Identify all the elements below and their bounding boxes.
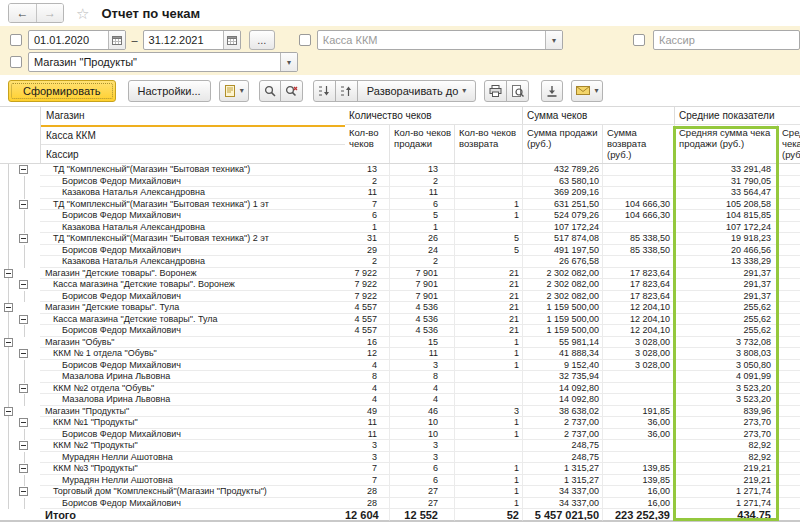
collapse-toggle-icon[interactable]: [19, 384, 28, 393]
total-row[interactable]: Итого 12 604 12 552 52 5 457 021,50 223 …: [0, 509, 800, 522]
period-checkbox[interactable]: [10, 34, 22, 46]
cell-value: [778, 475, 800, 487]
collapse-toggle-icon[interactable]: [19, 418, 28, 427]
report-variants-button[interactable]: ▾: [219, 80, 249, 102]
cell-value: 104 666,30: [603, 210, 675, 222]
generate-button[interactable]: Сформировать: [8, 80, 116, 102]
table-row[interactable]: Магазин "Продукты"4946338 638,02191,8583…: [0, 406, 800, 418]
period-from-value: 01.01.2020: [29, 34, 108, 46]
table-row[interactable]: Мазалова Ирина Львовна4414 092,803 523,2…: [0, 394, 800, 406]
forward-button[interactable]: →: [36, 4, 63, 22]
col-header-qty-sale: Кол-во чеков продажи: [390, 125, 455, 163]
settings-button[interactable]: Настройки...: [128, 80, 211, 102]
cell-value: [778, 222, 800, 234]
print-button[interactable]: [484, 80, 507, 102]
table-row[interactable]: Касса магазина "Детские товары". Тула4 5…: [0, 314, 800, 326]
chevron-down-icon[interactable]: ▾: [545, 31, 562, 49]
table-row[interactable]: Мурадян Нелли Ашотовна7611 315,27139,852…: [0, 475, 800, 487]
tree-gutter: [0, 268, 40, 280]
table-row[interactable]: ККМ № 1 отдела "Обувь"1211141 888,343 02…: [0, 348, 800, 360]
table-row[interactable]: ККМ №2 отдела "Обувь"4414 092,803 523,20: [0, 383, 800, 395]
kassa-combo[interactable]: Касса ККМ ▾: [317, 30, 563, 50]
table-row[interactable]: Магазин "Детские товары". Воронеж7 9227 …: [0, 268, 800, 280]
calendar-icon[interactable]: [108, 31, 125, 49]
cell-value: [778, 325, 800, 337]
collapse-toggle-icon[interactable]: [4, 269, 13, 278]
store-checkbox[interactable]: [10, 56, 22, 68]
kassir-checkbox[interactable]: [633, 34, 645, 46]
table-row[interactable]: Борисов Федор Михайлович29245491 197,508…: [0, 245, 800, 257]
cell-value: 139,85: [603, 475, 675, 487]
table-row[interactable]: Борисов Федор Михайлович7 9227 901212 30…: [0, 291, 800, 303]
table-row[interactable]: Мурадян Нелли Ашотовна33248,7582,92: [0, 452, 800, 464]
table-row[interactable]: Борисов Федор Михайлович651524 079,26104…: [0, 210, 800, 222]
store-combo[interactable]: Магазин "Продукты" ▾: [28, 52, 298, 72]
cell-value: 15: [390, 337, 455, 349]
cell-value: 2 302 082,00: [523, 268, 603, 280]
table-row[interactable]: ТД "Комплексный"(Магазин "Бытовая техник…: [0, 233, 800, 245]
chevron-down-icon[interactable]: ▾: [280, 53, 297, 71]
table-row[interactable]: Торговый дом "Комплексный"(Магазин "Прод…: [0, 486, 800, 498]
cell-value: 2: [345, 256, 390, 268]
row-label: Магазин "Продукты": [40, 406, 345, 418]
expand-to-button[interactable]: Разворачивать до ▾: [357, 80, 477, 102]
cell-value: [603, 176, 675, 188]
table-row[interactable]: Мазалова Ирина Львовна8832 735,944 091,9…: [0, 371, 800, 383]
table-row[interactable]: Борисов Федор Михайлович111012 737,0036,…: [0, 429, 800, 441]
search-button[interactable]: [259, 80, 281, 102]
expand-levels-button[interactable]: [313, 80, 336, 102]
table-row[interactable]: Касса магазина "Детские товары". Воронеж…: [0, 279, 800, 291]
table-row[interactable]: Борисов Федор Михайлович2827134 337,0016…: [0, 498, 800, 510]
kassa-checkbox[interactable]: [299, 34, 311, 46]
table-row[interactable]: Казакова Наталья Александровна1111369 20…: [0, 187, 800, 199]
kassir-combo[interactable]: Кассир: [653, 30, 800, 50]
cancel-search-button[interactable]: [280, 80, 303, 102]
table-row[interactable]: Борисов Федор Михайлович4 5574 536211 15…: [0, 325, 800, 337]
row-label: Борисов Федор Михайлович: [40, 325, 345, 337]
table-row[interactable]: Казакова Наталья Александровна11107 172,…: [0, 222, 800, 234]
email-button[interactable]: ▾: [571, 80, 603, 102]
collapse-toggle-icon[interactable]: [19, 165, 28, 174]
cell-value: [778, 233, 800, 245]
tree-gutter: [0, 256, 40, 268]
cell-value: 3: [390, 440, 455, 452]
preview-button[interactable]: [506, 80, 529, 102]
header-kassa[interactable]: Касса ККМ: [41, 127, 345, 146]
tree-gutter: [0, 475, 40, 487]
collapse-toggle-icon[interactable]: [4, 303, 13, 312]
table-row[interactable]: ТД "Комплексный"(Магазин "Бытовая техник…: [0, 199, 800, 211]
collapse-toggle-icon[interactable]: [19, 349, 28, 358]
col-header-sum-return: Сумма возврата (руб.): [603, 125, 675, 163]
collapse-toggle-icon[interactable]: [19, 280, 28, 289]
header-kassir[interactable]: Кассир: [41, 145, 345, 163]
cell-value: 7: [345, 463, 390, 475]
table-row[interactable]: ККМ №2 "Продукты"33248,7582,92: [0, 440, 800, 452]
table-row[interactable]: ККМ №1 "Продукты"111012 737,0036,00273,7…: [0, 417, 800, 429]
table-row[interactable]: Борисов Федор Михайлович4319 152,403 028…: [0, 360, 800, 372]
calendar-icon[interactable]: [223, 31, 240, 49]
header-store[interactable]: Магазин: [41, 107, 345, 127]
favorite-star-icon[interactable]: ☆: [76, 6, 89, 21]
collapse-toggle-icon[interactable]: [4, 338, 13, 347]
collapse-levels-button[interactable]: [335, 80, 358, 102]
period-to-input[interactable]: 31.12.2021: [143, 30, 241, 50]
cell-value: 631 251,50: [523, 199, 603, 211]
table-row[interactable]: ККМ №3 "Продукты"7611 315,27139,85219,21: [0, 463, 800, 475]
table-row[interactable]: Магазин "Детские товары". Тула4 5574 536…: [0, 302, 800, 314]
period-from-input[interactable]: 01.01.2020: [28, 30, 126, 50]
collapse-toggle-icon[interactable]: [19, 315, 28, 324]
table-row[interactable]: Магазин "Обувь"1615155 981,143 028,003 7…: [0, 337, 800, 349]
collapse-toggle-icon[interactable]: [19, 487, 28, 496]
collapse-toggle-icon[interactable]: [4, 407, 13, 416]
save-button[interactable]: [541, 80, 563, 102]
table-row[interactable]: ТД "Комплексный"(Магазин "Бытовая техник…: [0, 164, 800, 176]
back-button[interactable]: ←: [9, 4, 36, 22]
cell-value: [455, 452, 523, 464]
table-row[interactable]: Борисов Федор Михайлович2263 580,1031 79…: [0, 176, 800, 188]
collapse-toggle-icon[interactable]: [19, 464, 28, 473]
collapse-toggle-icon[interactable]: [19, 441, 28, 450]
period-more-button[interactable]: ...: [249, 30, 275, 50]
collapse-toggle-icon[interactable]: [19, 234, 28, 243]
collapse-toggle-icon[interactable]: [19, 200, 28, 209]
table-row[interactable]: Казакова Наталья Александровна2226 676,5…: [0, 256, 800, 268]
